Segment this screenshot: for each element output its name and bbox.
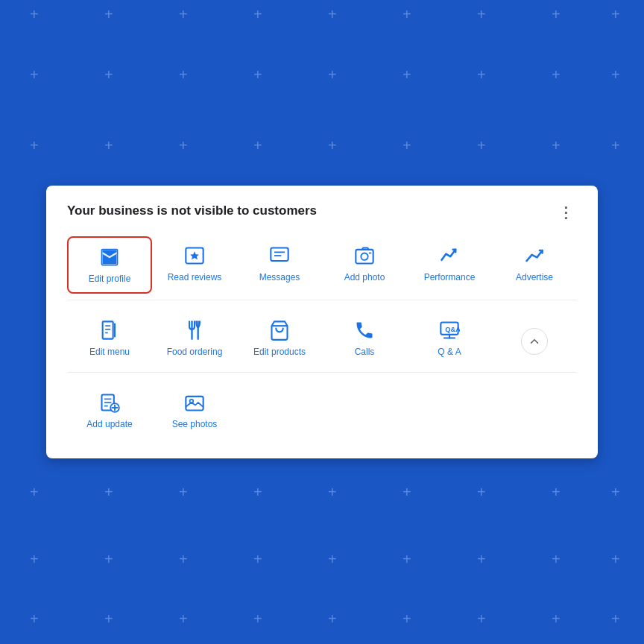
- qa-label: Q & A: [438, 347, 461, 359]
- read-reviews-button[interactable]: Read reviews: [152, 236, 237, 294]
- menu-book-icon: [98, 318, 121, 342]
- messages-label: Messages: [259, 272, 300, 284]
- utensils-icon: [183, 318, 206, 342]
- phone-icon: [353, 318, 376, 342]
- food-ordering-label: Food ordering: [167, 347, 223, 359]
- advertise-button[interactable]: Advertise: [492, 236, 577, 294]
- collapse-button[interactable]: [521, 328, 548, 355]
- messages-button[interactable]: Messages: [237, 236, 322, 294]
- calls-label: Calls: [355, 347, 375, 359]
- actions-row-1: Edit profile Read reviews Messages: [67, 236, 577, 294]
- svg-rect-30: [186, 397, 203, 411]
- see-photos-label: See photos: [172, 419, 218, 431]
- add-photo-icon: [353, 244, 376, 268]
- add-update-button[interactable]: Add update: [67, 383, 152, 438]
- chevron-up-icon: [528, 335, 541, 348]
- add-update-label: Add update: [86, 419, 132, 431]
- read-reviews-label: Read reviews: [168, 272, 222, 284]
- edit-products-label: Edit products: [253, 347, 306, 359]
- business-card: Your business is not visible to customer…: [46, 186, 598, 459]
- card-title: Your business is not visible to customer…: [67, 203, 317, 218]
- performance-button[interactable]: Performance: [407, 236, 492, 294]
- svg-rect-7: [356, 249, 373, 263]
- performance-label: Performance: [424, 272, 476, 284]
- edit-menu-label: Edit menu: [89, 347, 130, 359]
- see-photos-button[interactable]: See photos: [152, 383, 237, 438]
- see-photos-icon: [183, 391, 206, 414]
- edit-profile-label: Edit profile: [89, 274, 131, 285]
- svg-rect-4: [271, 247, 288, 261]
- add-photo-button[interactable]: Add photo: [322, 236, 407, 294]
- actions-row-2: Edit menu Food ordering: [67, 311, 577, 366]
- edit-profile-button[interactable]: Edit profile: [67, 236, 152, 294]
- svg-marker-3: [190, 251, 199, 259]
- calls-button[interactable]: Calls: [322, 311, 407, 366]
- svg-point-8: [361, 253, 367, 259]
- edit-menu-button[interactable]: Edit menu: [67, 311, 152, 366]
- food-ordering-button[interactable]: Food ordering: [152, 311, 237, 366]
- svg-rect-10: [103, 322, 113, 339]
- more-options-icon[interactable]: ⋮: [555, 203, 577, 221]
- svg-text:Q&A: Q&A: [445, 326, 460, 334]
- collapse-button-cell: [492, 311, 577, 366]
- add-photo-label: Add photo: [344, 272, 385, 284]
- star-icon: [183, 244, 206, 268]
- add-update-icon: [98, 391, 121, 414]
- advertise-label: Advertise: [516, 272, 553, 284]
- qa-button[interactable]: Q&A Q & A: [407, 311, 492, 366]
- row-divider-1: [67, 300, 577, 300]
- card-header: Your business is not visible to customer…: [67, 203, 577, 221]
- advertise-icon: [523, 244, 546, 268]
- row-divider-2: [67, 372, 577, 373]
- qa-icon: Q&A: [438, 318, 461, 342]
- store-icon: [98, 245, 121, 269]
- performance-icon: [438, 244, 461, 268]
- shopping-bag-icon: [268, 318, 291, 342]
- edit-products-button[interactable]: Edit products: [237, 311, 322, 366]
- actions-row-3: Add update See photos: [67, 383, 577, 438]
- message-icon: [268, 244, 291, 268]
